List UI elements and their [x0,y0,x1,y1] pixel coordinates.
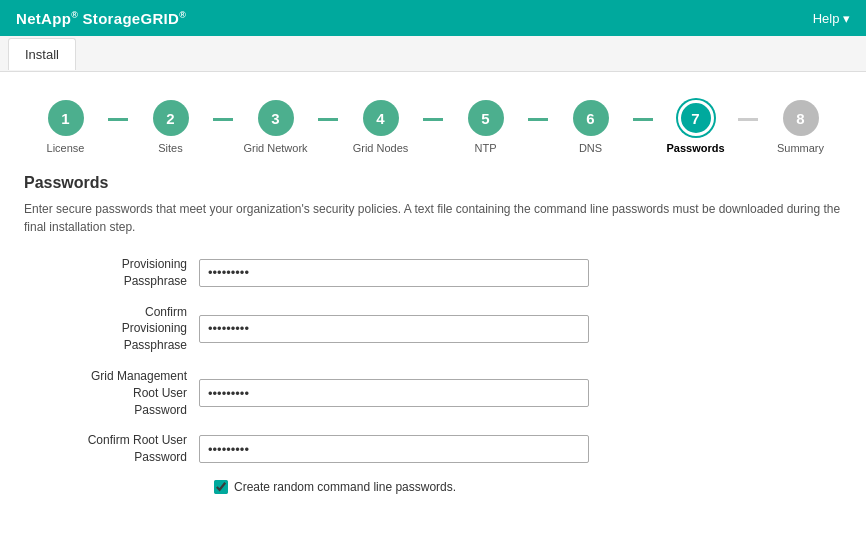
step-6-label: DNS [579,142,602,154]
step-5-label: NTP [475,142,497,154]
step-1[interactable]: 1 License [23,100,108,154]
provisioning-passphrase-label: ProvisioningPassphrase [44,256,199,290]
step-7[interactable]: 7 Passwords [653,100,738,154]
confirm-provisioning-passphrase-input[interactable] [199,315,589,343]
connector-6-7 [633,118,653,121]
app-header: NetApp® StorageGRID® Help [0,0,866,36]
confirm-root-password-row: Confirm Root UserPassword [44,432,842,466]
provisioning-passphrase-input[interactable] [199,259,589,287]
main-content: 1 License 2 Sites 3 Grid Network 4 Grid … [0,72,866,510]
step-3-circle: 3 [258,100,294,136]
connector-4-5 [423,118,443,121]
confirm-root-password-label: Confirm Root UserPassword [44,432,199,466]
step-5-circle: 5 [468,100,504,136]
connector-5-6 [528,118,548,121]
page-description: Enter secure passwords that meet your or… [24,200,842,236]
grid-mgmt-root-password-label: Grid ManagementRoot UserPassword [44,368,199,418]
app-logo: NetApp® StorageGRID® [16,10,186,27]
step-3[interactable]: 3 Grid Network [233,100,318,154]
grid-mgmt-root-password-row: Grid ManagementRoot UserPassword [44,368,842,418]
confirm-root-password-input[interactable] [199,435,589,463]
step-1-circle: 1 [48,100,84,136]
connector-7-8 [738,118,758,121]
random-passwords-label: Create random command line passwords. [234,480,456,494]
help-menu[interactable]: Help [813,11,850,26]
grid-mgmt-root-password-input[interactable] [199,379,589,407]
random-passwords-checkbox[interactable] [214,480,228,494]
connector-3-4 [318,118,338,121]
step-2-label: Sites [158,142,182,154]
page-title: Passwords [24,174,842,192]
tab-bar: Install [0,36,866,72]
connector-1-2 [108,118,128,121]
step-8-label: Summary [777,142,824,154]
provisioning-passphrase-row: ProvisioningPassphrase [44,256,842,290]
step-6-circle: 6 [573,100,609,136]
step-5[interactable]: 5 NTP [443,100,528,154]
confirm-provisioning-passphrase-label: ConfirmProvisioningPassphrase [44,304,199,354]
step-4-circle: 4 [363,100,399,136]
step-7-circle: 7 [678,100,714,136]
confirm-provisioning-passphrase-row: ConfirmProvisioningPassphrase [44,304,842,354]
step-4[interactable]: 4 Grid Nodes [338,100,423,154]
random-passwords-row: Create random command line passwords. [44,480,842,494]
step-8-circle: 8 [783,100,819,136]
step-4-label: Grid Nodes [353,142,409,154]
step-2-circle: 2 [153,100,189,136]
step-2[interactable]: 2 Sites [128,100,213,154]
step-1-label: License [47,142,85,154]
passwords-form: ProvisioningPassphrase ConfirmProvisioni… [24,256,842,494]
step-3-label: Grid Network [243,142,307,154]
connector-2-3 [213,118,233,121]
step-6[interactable]: 6 DNS [548,100,633,154]
step-8[interactable]: 8 Summary [758,100,843,154]
step-7-label: Passwords [666,142,724,154]
stepper: 1 License 2 Sites 3 Grid Network 4 Grid … [24,88,842,174]
tab-install[interactable]: Install [8,38,76,70]
